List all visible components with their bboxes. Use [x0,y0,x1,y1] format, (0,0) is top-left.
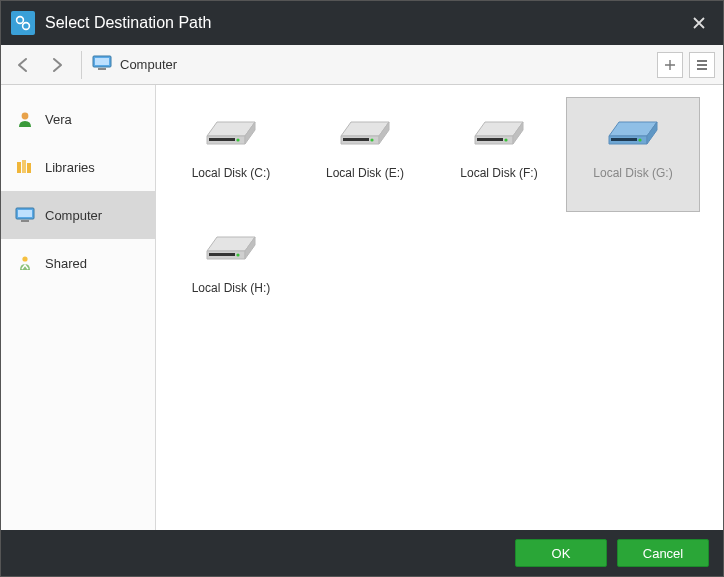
drive-label: Local Disk (C:) [192,166,271,180]
svg-rect-29 [477,138,503,141]
breadcrumb[interactable]: Computer [92,55,651,74]
drive-label: Local Disk (H:) [192,281,271,295]
svg-rect-6 [697,64,707,66]
svg-point-0 [17,17,24,24]
svg-rect-19 [209,138,235,141]
shared-icon [15,253,35,273]
sidebar-item-vera[interactable]: Vera [1,95,155,143]
back-button[interactable] [9,51,37,79]
footer: OK Cancel [1,530,723,576]
svg-rect-5 [697,60,707,62]
svg-point-1 [23,23,30,30]
svg-rect-10 [22,160,26,173]
svg-point-15 [22,256,27,261]
breadcrumb-label: Computer [120,57,177,72]
svg-rect-9 [17,162,21,173]
drive-item[interactable]: Local Disk (G:) [566,97,700,212]
drive-item[interactable]: Local Disk (H:) [164,212,298,327]
svg-rect-4 [98,68,106,70]
toolbar: Computer [1,45,723,85]
sidebar-item-label: Computer [45,208,102,223]
svg-point-25 [370,138,373,141]
view-list-button[interactable] [689,52,715,78]
drive-label: Local Disk (E:) [326,166,404,180]
drive-item[interactable]: Local Disk (E:) [298,97,432,212]
app-icon [11,11,35,35]
svg-rect-39 [209,253,235,256]
svg-rect-13 [18,210,32,217]
svg-point-35 [638,138,641,141]
disk-icon [199,104,263,152]
sidebar-item-label: Vera [45,112,72,127]
svg-point-8 [22,113,29,120]
sidebar: Vera Libraries Computer [1,85,156,530]
user-icon [15,109,35,129]
sidebar-item-libraries[interactable]: Libraries [1,143,155,191]
close-icon[interactable] [685,9,713,37]
drive-label: Local Disk (F:) [460,166,537,180]
drive-item[interactable]: Local Disk (C:) [164,97,298,212]
dialog-body: Vera Libraries Computer [1,85,723,530]
drive-label: Local Disk (G:) [593,166,672,180]
svg-point-30 [504,138,507,141]
drive-item[interactable]: Local Disk (F:) [432,97,566,212]
libraries-icon [15,157,35,177]
disk-icon [333,104,397,152]
new-folder-button[interactable] [657,52,683,78]
svg-rect-11 [27,163,31,173]
button-label: Cancel [643,546,683,561]
disk-icon [601,104,665,152]
svg-point-40 [236,253,239,256]
button-label: OK [552,546,571,561]
sidebar-item-label: Libraries [45,160,95,175]
toolbar-divider [81,51,82,79]
svg-rect-14 [21,220,29,222]
svg-rect-24 [343,138,369,141]
disk-icon [467,104,531,152]
disk-icon [199,219,263,267]
computer-icon [15,205,35,225]
ok-button[interactable]: OK [515,539,607,567]
titlebar: Select Destination Path [1,1,723,45]
cancel-button[interactable]: Cancel [617,539,709,567]
computer-icon [92,55,112,74]
svg-rect-7 [697,68,707,70]
sidebar-item-computer[interactable]: Computer [1,191,155,239]
forward-button[interactable] [43,51,71,79]
svg-rect-3 [95,58,109,65]
drive-grid: Local Disk (C:) Local Disk (E:) [156,85,723,530]
sidebar-item-shared[interactable]: Shared [1,239,155,287]
window-title: Select Destination Path [45,14,685,32]
sidebar-item-label: Shared [45,256,87,271]
svg-rect-34 [611,138,637,141]
svg-point-20 [236,138,239,141]
